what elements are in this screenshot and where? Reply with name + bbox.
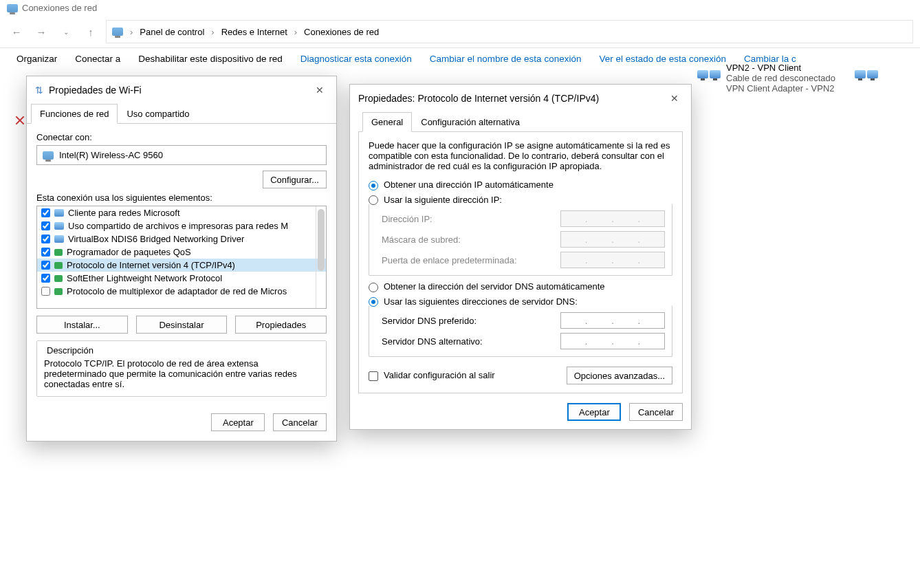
protocol-list[interactable]: Cliente para redes MicrosoftUso comparti…	[36, 206, 327, 309]
network-icon	[54, 222, 64, 230]
protocol-list-item[interactable]: Cliente para redes Microsoft	[37, 206, 326, 219]
protocol-checkbox[interactable]	[41, 208, 50, 217]
properties-button[interactable]: Propiedades	[235, 316, 327, 334]
dns-alternate-input[interactable]: ...	[560, 333, 665, 349]
window-titlebar: Conexiones de red	[0, 0, 920, 16]
radio-dns-auto[interactable]: Obtener la dirección del servidor DNS au…	[369, 281, 672, 292]
gateway-label: Puerta de enlace predeterminada:	[382, 255, 517, 265]
radio-ip-auto[interactable]: Obtener una dirección IP automáticamente	[369, 179, 672, 190]
protocol-label: VirtualBox NDIS6 Bridged Networking Driv…	[68, 234, 244, 244]
tab-network-functions[interactable]: Funciones de red	[31, 104, 118, 124]
protocol-label: Programador de paquetes QoS	[67, 247, 191, 257]
protocol-list-item[interactable]: Programador de paquetes QoS	[37, 246, 326, 259]
protocol-label: Uso compartido de archivos e impresoras …	[68, 221, 288, 231]
subnet-mask-input: ...	[560, 231, 665, 248]
protocol-checkbox[interactable]	[41, 221, 50, 230]
ip-address-input: ...	[560, 210, 665, 227]
protocol-checkbox[interactable]	[41, 261, 50, 270]
dialog-title: Propiedades de Wi-Fi	[49, 85, 142, 96]
protocol-list-item[interactable]: VirtualBox NDIS6 Bridged Networking Driv…	[37, 232, 326, 246]
protocol-checkbox[interactable]	[41, 274, 50, 283]
protocol-list-item[interactable]: Protocolo de multiplexor de adaptador de…	[37, 285, 326, 298]
cmd-disable[interactable]: Deshabilitar este dispositivo de red	[138, 54, 282, 64]
accept-button[interactable]: Aceptar	[567, 403, 621, 421]
dns-alternate-label: Servidor DNS alternativo:	[382, 336, 483, 347]
forward-button[interactable]: →	[32, 22, 51, 41]
description-text: Protocolo TCP/IP. El protocolo de red de…	[41, 358, 322, 389]
ip-address-label: Dirección IP:	[382, 214, 432, 224]
adapter-field: Intel(R) Wireless-AC 9560	[36, 145, 327, 165]
up-button[interactable]: ↑	[81, 22, 100, 41]
network-icon	[54, 209, 64, 217]
advanced-button[interactable]: Opciones avanzadas...	[567, 367, 672, 384]
connection-name: VPN2 - VPN Client	[726, 63, 835, 73]
tab-alternate-config[interactable]: Configuración alternativa	[412, 112, 529, 132]
accept-button[interactable]: Aceptar	[211, 413, 265, 431]
breadcrumb-sep: ›	[294, 27, 297, 37]
uses-elements-label: Esta conexión usa los siguientes element…	[36, 193, 327, 203]
gateway-input: ...	[560, 252, 665, 268]
breadcrumb-segment[interactable]: Redes e Internet	[221, 27, 287, 37]
window-title: Conexiones de red	[22, 3, 97, 13]
dns-preferred-label: Servidor DNS preferido:	[382, 316, 477, 326]
navbar: ← → ⌄ ↑ › Panel de control › Redes e Int…	[0, 16, 920, 48]
cancel-button[interactable]: Cancelar	[273, 413, 327, 431]
disabled-x-icon	[15, 116, 25, 125]
protocol-label: Protocolo de multiplexor de adaptador de…	[67, 286, 287, 296]
scrollbar-thumb[interactable]	[318, 209, 325, 271]
cmd-diagnose[interactable]: Diagnosticar esta conexión	[300, 54, 412, 64]
breadcrumb-sep: ›	[211, 27, 214, 37]
adapter-icon	[43, 151, 54, 160]
close-button[interactable]: ✕	[311, 82, 328, 98]
close-button[interactable]: ✕	[666, 90, 683, 107]
protocol-label: Protocolo de Internet versión 4 (TCP/IPv…	[67, 260, 235, 270]
cmd-organize[interactable]: Organizar	[17, 54, 57, 64]
protocol-icon	[54, 288, 63, 295]
protocol-list-item[interactable]: Uso compartido de archivos e impresoras …	[37, 219, 326, 232]
address-bar[interactable]: › Panel de control › Redes e Internet › …	[106, 20, 913, 43]
back-button[interactable]: ←	[7, 22, 26, 41]
network-icon	[112, 28, 123, 36]
cmd-rename[interactable]: Cambiar el nombre de esta conexión	[430, 54, 582, 64]
breadcrumb-segment[interactable]: Panel de control	[140, 27, 204, 37]
dialog-title: Propiedades: Protocolo de Internet versi…	[358, 93, 599, 104]
protocol-checkbox[interactable]	[41, 235, 50, 243]
breadcrumb-sep: ›	[130, 27, 133, 37]
connection-icon-partial[interactable]	[852, 63, 881, 86]
configure-button[interactable]: Configurar...	[263, 171, 327, 188]
validate-checkbox[interactable]: Validar configuración al salir	[369, 370, 495, 381]
description-title: Descripción	[44, 345, 96, 356]
cancel-button[interactable]: Cancelar	[629, 403, 683, 421]
network-icon	[7, 4, 18, 12]
install-button[interactable]: Instalar...	[36, 316, 128, 334]
connection-adapter: VPN Client Adapter - VPN2	[726, 83, 835, 94]
wifi-icon: ⇅	[35, 85, 43, 96]
wifi-properties-dialog: ⇅ Propiedades de Wi-Fi ✕ Funciones de re…	[26, 76, 337, 442]
protocol-icon	[54, 249, 63, 256]
subnet-mask-label: Máscara de subred:	[382, 235, 461, 245]
scrollbar[interactable]	[316, 206, 326, 308]
connection-status: Cable de red desconectado	[726, 73, 835, 83]
recent-dropdown[interactable]: ⌄	[56, 22, 76, 41]
protocol-list-item[interactable]: Protocolo de Internet versión 4 (TCP/IPv…	[37, 259, 326, 272]
protocol-checkbox[interactable]	[41, 287, 50, 296]
protocol-list-item[interactable]: SoftEther Lightweight Network Protocol	[37, 272, 326, 285]
dns-preferred-input[interactable]: ...	[560, 312, 665, 329]
cmd-connect[interactable]: Conectar a	[75, 54, 120, 64]
breadcrumb-segment[interactable]: Conexiones de red	[304, 27, 379, 37]
intro-text: Puede hacer que la configuración IP se a…	[369, 140, 672, 171]
connection-item-vpn2[interactable]: VPN2 - VPN Client Cable de red desconect…	[694, 63, 835, 94]
network-icon	[54, 235, 64, 243]
uninstall-button[interactable]: Desinstalar	[136, 316, 228, 334]
connection-icon	[694, 63, 723, 86]
protocol-icon	[54, 275, 63, 282]
connect-with-label: Conectar con:	[36, 132, 327, 142]
tab-sharing[interactable]: Uso compartido	[118, 104, 198, 124]
ipv4-properties-dialog: Propiedades: Protocolo de Internet versi…	[349, 84, 692, 430]
protocol-label: SoftEther Lightweight Network Protocol	[67, 273, 222, 283]
protocol-label: Cliente para redes Microsoft	[68, 208, 180, 218]
adapter-name: Intel(R) Wireless-AC 9560	[59, 150, 163, 160]
protocol-icon	[54, 262, 63, 269]
tab-general[interactable]: General	[362, 112, 412, 132]
protocol-checkbox[interactable]	[41, 248, 50, 257]
